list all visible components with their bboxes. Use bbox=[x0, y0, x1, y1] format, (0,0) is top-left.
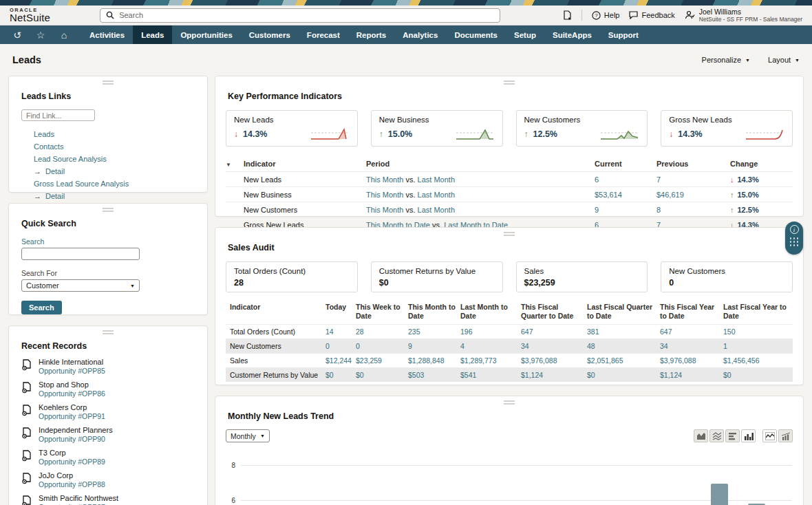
link-lead-source-detail[interactable]: →Detail bbox=[34, 166, 195, 176]
tab-analytics[interactable]: Analytics bbox=[394, 25, 446, 44]
drag-handle-icon[interactable] bbox=[103, 79, 114, 86]
recent-record-item[interactable]: Koehlers CorpOpportunity #OPP91 bbox=[21, 403, 196, 421]
metric-link[interactable]: $3,976,088 bbox=[521, 356, 557, 365]
metric-link[interactable]: $0 bbox=[587, 371, 595, 379]
kpi-card-gross-new-leads[interactable]: Gross New Leads ↓ 14.3% bbox=[661, 110, 793, 147]
tab-reports[interactable]: Reports bbox=[348, 25, 394, 44]
current-value-link[interactable]: 9 bbox=[595, 206, 599, 214]
link-lead-source-analysis[interactable]: Lead Source Analysis bbox=[34, 154, 195, 164]
metric-link[interactable]: 150 bbox=[723, 327, 736, 336]
metric-link[interactable]: $0 bbox=[723, 371, 731, 379]
stat-card-sales[interactable]: Sales $23,259 bbox=[516, 261, 648, 292]
personalize-button[interactable]: Personalize ▼ bbox=[702, 56, 750, 64]
metric-link[interactable]: $12,244 bbox=[325, 356, 352, 365]
metric-link[interactable]: $1,288,848 bbox=[408, 356, 445, 365]
monthly-trend-chart[interactable]: 8 6 bbox=[226, 455, 795, 505]
metric-link[interactable]: 196 bbox=[460, 327, 473, 336]
tab-leads[interactable]: Leads bbox=[133, 25, 172, 44]
link-contacts[interactable]: Contacts bbox=[34, 142, 195, 151]
metric-link[interactable]: 1 bbox=[723, 342, 727, 350]
metric-link[interactable]: $0 bbox=[325, 371, 334, 379]
tab-support[interactable]: Support bbox=[600, 25, 647, 44]
feedback-button[interactable]: Feedback bbox=[629, 11, 674, 19]
link-gross-lead-source-analysis[interactable]: Gross Lead Source Analysis bbox=[34, 179, 195, 189]
layout-button[interactable]: Layout ▼ bbox=[768, 56, 800, 64]
metric-link[interactable]: 14 bbox=[325, 327, 334, 336]
kpi-card-new-leads[interactable]: New Leads ↓ 14.3% bbox=[226, 110, 358, 147]
drag-handle-icon[interactable] bbox=[504, 399, 515, 406]
drag-handle-icon[interactable] bbox=[103, 329, 114, 336]
chart-type-area-button[interactable] bbox=[694, 429, 708, 442]
global-search-input[interactable] bbox=[119, 11, 494, 19]
link-gross-lead-source-detail[interactable]: →Detail bbox=[34, 191, 195, 201]
metric-link[interactable]: 48 bbox=[587, 342, 595, 350]
recent-record-item[interactable]: Smith Pacific NorthwestOpportunity #OPP8… bbox=[21, 494, 196, 505]
home-icon[interactable]: ⌂ bbox=[52, 25, 76, 44]
previous-value-link[interactable]: $46,619 bbox=[656, 191, 684, 199]
chart-bar[interactable] bbox=[711, 484, 728, 505]
recent-record-item[interactable]: Hinkle InternationalOpportunity #OPP85 bbox=[21, 358, 196, 376]
user-menu[interactable]: Joel Williams NetSuite - SS FF PRM - Sal… bbox=[685, 8, 802, 23]
stat-card-customer-returns[interactable]: Customer Returns by Value $0 bbox=[371, 261, 503, 292]
tab-activities[interactable]: Activities bbox=[81, 25, 133, 44]
global-search[interactable] bbox=[100, 8, 500, 23]
period-link[interactable]: Last Month bbox=[418, 206, 455, 214]
drag-handle-icon[interactable] bbox=[103, 206, 114, 213]
drag-handle-icon[interactable] bbox=[504, 230, 515, 237]
netsuite-logo[interactable]: ORACLE NetSuite bbox=[10, 8, 50, 23]
metric-link[interactable]: $23,259 bbox=[356, 356, 382, 365]
recent-record-item[interactable]: JoJo CorpOpportunity #OPP88 bbox=[21, 471, 196, 489]
metric-link[interactable]: $2,051,865 bbox=[587, 356, 623, 365]
metric-link[interactable]: $1,456,456 bbox=[723, 356, 760, 365]
chart-type-column-button[interactable] bbox=[741, 429, 756, 442]
metric-link[interactable]: 0 bbox=[325, 342, 330, 350]
tab-opportunities[interactable]: Opportunities bbox=[172, 25, 240, 44]
recent-record-item[interactable]: Independent PlannersOpportunity #OPP90 bbox=[21, 426, 196, 444]
metric-link[interactable]: $541 bbox=[460, 371, 476, 379]
stat-card-new-customers[interactable]: New Customers 0 bbox=[661, 261, 793, 292]
metric-link[interactable]: $503 bbox=[408, 371, 424, 379]
link-leads[interactable]: Leads bbox=[34, 129, 195, 139]
tab-suiteapps[interactable]: SuiteApps bbox=[544, 25, 600, 44]
metric-link[interactable]: $1,124 bbox=[521, 371, 543, 379]
metric-link[interactable]: 28 bbox=[356, 327, 364, 336]
create-new-icon[interactable] bbox=[563, 10, 572, 21]
tab-customers[interactable]: Customers bbox=[241, 25, 299, 44]
drag-handle-icon[interactable] bbox=[504, 79, 515, 86]
chart-type-stacked-line-button[interactable] bbox=[709, 429, 724, 442]
kpi-card-new-business[interactable]: New Business ↑ 15.0% bbox=[371, 110, 503, 147]
quick-search-button[interactable]: Search bbox=[21, 301, 62, 314]
metric-link[interactable]: $1,124 bbox=[660, 371, 682, 379]
previous-value-link[interactable]: 8 bbox=[656, 206, 661, 214]
quick-search-input[interactable] bbox=[21, 248, 140, 260]
metric-link[interactable]: 647 bbox=[660, 327, 672, 336]
previous-value-link[interactable]: 7 bbox=[656, 175, 661, 184]
table-menu-caret-icon[interactable]: ▼ bbox=[226, 162, 231, 168]
period-link[interactable]: Last Month bbox=[418, 191, 455, 199]
period-link[interactable]: This Month bbox=[366, 206, 403, 214]
history-icon[interactable]: ↺ bbox=[6, 25, 29, 44]
tab-forecast[interactable]: Forecast bbox=[299, 25, 348, 44]
chart-type-bar-horizontal-button[interactable] bbox=[725, 429, 740, 442]
metric-link[interactable]: 381 bbox=[587, 327, 599, 336]
period-select[interactable]: Monthly ▼ bbox=[226, 429, 270, 442]
tab-documents[interactable]: Documents bbox=[446, 25, 506, 44]
tab-setup[interactable]: Setup bbox=[506, 25, 544, 44]
current-value-link[interactable]: $53,614 bbox=[595, 191, 622, 199]
metric-link[interactable]: 34 bbox=[660, 342, 668, 350]
period-link[interactable]: Last Month bbox=[418, 175, 455, 184]
help-button[interactable]: ? Help bbox=[592, 11, 620, 20]
metric-link[interactable]: 34 bbox=[521, 342, 529, 350]
metric-link[interactable]: $1,289,773 bbox=[460, 356, 497, 365]
kpi-card-new-customers[interactable]: New Customers ↑ 12.5% bbox=[516, 110, 648, 147]
metric-link[interactable]: 9 bbox=[408, 342, 412, 350]
recent-record-item[interactable]: T3 CorpOpportunity #OPP89 bbox=[21, 449, 196, 466]
search-for-select[interactable]: Customer ▼ bbox=[21, 279, 140, 292]
metric-link[interactable]: $0 bbox=[356, 371, 364, 379]
metric-link[interactable]: $3,976,088 bbox=[660, 356, 696, 365]
chart-type-line-button[interactable] bbox=[762, 429, 777, 442]
chart-type-column-3d-button[interactable] bbox=[778, 429, 793, 442]
current-value-link[interactable]: 6 bbox=[595, 175, 599, 184]
shortcuts-star-icon[interactable]: ☆ bbox=[29, 25, 52, 44]
recent-record-item[interactable]: Stop and ShopOpportunity #OPP86 bbox=[21, 380, 196, 398]
